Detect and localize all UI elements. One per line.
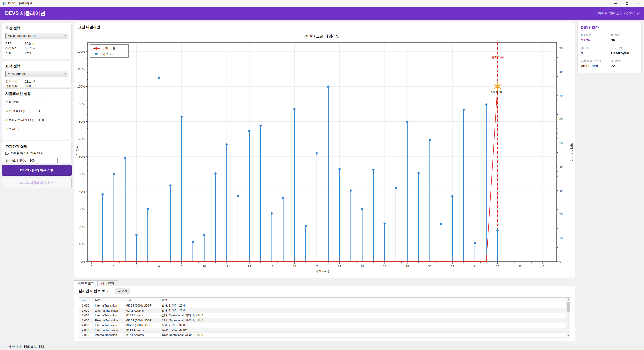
x-tick-label: 38	[518, 265, 522, 268]
tab-detail-result[interactable]: 상세 결과	[98, 280, 118, 286]
stem-marker	[361, 208, 363, 210]
setting-input-3[interactable]	[37, 126, 68, 132]
stem-marker	[180, 116, 183, 118]
setting-label: 시뮬레이션 시간 (초):	[5, 118, 37, 122]
table-cell: 1.000	[79, 309, 95, 312]
legend-marker-dot	[95, 47, 98, 50]
damage-marker	[203, 261, 205, 262]
damage-marker	[102, 261, 103, 262]
info-value: 55.7 m²	[25, 46, 35, 51]
table-cell: ExternalTransition	[95, 309, 126, 312]
max-shots-input[interactable]	[28, 158, 58, 163]
damage-marker	[440, 261, 442, 262]
setting-row: 시뮬레이션 시간 (초):	[5, 117, 68, 123]
damage-marker	[192, 261, 193, 262]
table-row[interactable]: 1.000ExternalTransitionM1A1 Abrams발사: 1,…	[79, 308, 570, 313]
stem-marker	[293, 108, 296, 110]
damage-marker	[147, 261, 148, 262]
table-cell: 1.000	[79, 304, 95, 307]
chart-title: DEVS 교전 타임라인	[305, 34, 340, 38]
damage-marker	[486, 261, 487, 262]
table-cell: MK-82 (500lb LDGP)	[126, 304, 161, 307]
stem-marker	[192, 241, 194, 243]
table-cell: InternalTransition	[95, 324, 126, 327]
stem-marker	[237, 195, 239, 197]
x-tick-label: 22	[338, 265, 341, 268]
minimize-button[interactable]	[609, 0, 621, 7]
table-cell: 2.000	[79, 329, 95, 332]
stat-value: 2.8%	[581, 38, 611, 42]
tab-event-log[interactable]: 이벤트 로그	[74, 280, 98, 286]
destroy-panel-title: 파괴까지 실행	[5, 144, 68, 149]
clear-log-button[interactable]: 지우기	[115, 288, 130, 294]
setting-input-0[interactable]	[37, 99, 68, 105]
info-value: 95%	[25, 51, 31, 55]
event-table: 시간유형모델설명 1.000InternalTransitionMK-82 (5…	[79, 297, 570, 338]
stem-marker	[248, 130, 250, 132]
table-header-cell[interactable]: 유형	[95, 298, 126, 302]
close-button[interactable]: ×	[632, 0, 644, 7]
run-simulation-button[interactable]: DEVS 시뮬레이션 실행	[2, 165, 72, 176]
table-header-cell[interactable]: 설명	[161, 298, 570, 302]
table-row[interactable]: 2.000InternalTransitionMK-82 (500lb LDGP…	[79, 323, 570, 328]
table-row[interactable]: 1.000InternalTransitionM1A1 Abrams상태: Op…	[79, 313, 570, 318]
stem-marker	[124, 157, 126, 159]
y-right-tick-label: 30	[559, 189, 563, 192]
table-header-cell[interactable]: 모델	[126, 298, 161, 302]
table-cell: 상태: Operational, 피격: 1, Kill: 0	[161, 314, 570, 317]
y-right-tick-label: 80	[559, 70, 563, 73]
x-tick-label: 0	[91, 265, 92, 268]
damage-marker	[113, 261, 115, 262]
fire-until-destroyed-checkbox[interactable]	[5, 152, 9, 155]
info-row: 살상면적:55.7 m²	[5, 46, 68, 51]
y-left-tick-label: 110%	[77, 68, 85, 71]
legend-label: 누적 피해	[102, 47, 115, 50]
legend-marker-dot	[95, 53, 98, 55]
x-axis-label: 시간 (sec)	[315, 270, 329, 273]
target-dropdown[interactable]: M1A1 Abrams ▼	[5, 71, 68, 77]
info-label: 살상면적:	[5, 46, 25, 51]
table-cell: M1A1 Abrams	[126, 333, 161, 336]
weapon-dropdown[interactable]: MK-82 (500lb LDGP) ▼	[5, 33, 68, 39]
scroll-down-icon[interactable]	[566, 334, 570, 338]
table-row[interactable]: 2.000InternalTransitionM1A1 Abrams상태: Op…	[79, 333, 570, 338]
damage-marker	[282, 261, 284, 262]
table-row[interactable]: 1.000ExternalTransitionMK-82 (500lb LDGP…	[79, 318, 570, 323]
result-stat: 최종 상태Destroyed	[611, 46, 638, 55]
stem-marker	[135, 234, 138, 236]
damage-marker	[384, 261, 385, 262]
stem-marker	[271, 212, 273, 215]
stem-marker	[350, 189, 352, 192]
info-value: 21.1 m²	[25, 79, 35, 84]
setting-input-1[interactable]	[37, 108, 68, 114]
stem-marker	[384, 222, 386, 225]
legend-label: 피격 거리	[102, 52, 115, 56]
damage-marker	[215, 261, 216, 262]
table-scrollbar[interactable]	[566, 298, 570, 338]
y-right-tick-label: 10	[559, 237, 563, 240]
scrollbar-thumb[interactable]	[567, 302, 570, 312]
settings-panel-title: 시뮬레이션 설정	[5, 92, 68, 96]
info-value: 30.0 m	[25, 41, 34, 46]
stem-marker	[203, 234, 205, 236]
table-cell: M1A1 Abrams	[126, 314, 161, 317]
devs-results-card: DEVS 결과 Kill 확률2.8%총 피격36총 Kill1최종 상태Des…	[577, 22, 642, 73]
x-tick-label: 12	[225, 265, 228, 268]
app-icon	[3, 2, 6, 5]
stem-marker	[417, 172, 420, 174]
damage-marker	[91, 261, 92, 262]
stem-marker	[496, 229, 499, 232]
table-cell: 1.000	[79, 319, 95, 322]
maximize-button[interactable]	[621, 0, 632, 7]
table-cell: MK-82 (500lb LDGP)	[126, 319, 161, 322]
table-row[interactable]: 2.000ExternalTransitionM1A1 Abrams발사: 2,…	[79, 328, 570, 333]
table-header-cell[interactable]: 시간	[79, 298, 95, 302]
table-row[interactable]: 1.000InternalTransitionMK-82 (500lb LDGP…	[79, 303, 570, 308]
stem-marker	[463, 109, 465, 111]
result-stat: 시뮬레이션 시간36.00 sec	[581, 59, 611, 68]
setting-input-2[interactable]	[37, 117, 68, 123]
info-label: 경화계수:	[5, 84, 25, 89]
table-cell: 발사: 1, 거리: 28.4m	[161, 304, 570, 308]
scroll-up-icon[interactable]	[566, 298, 570, 301]
table-cell: 1.000	[79, 314, 95, 317]
